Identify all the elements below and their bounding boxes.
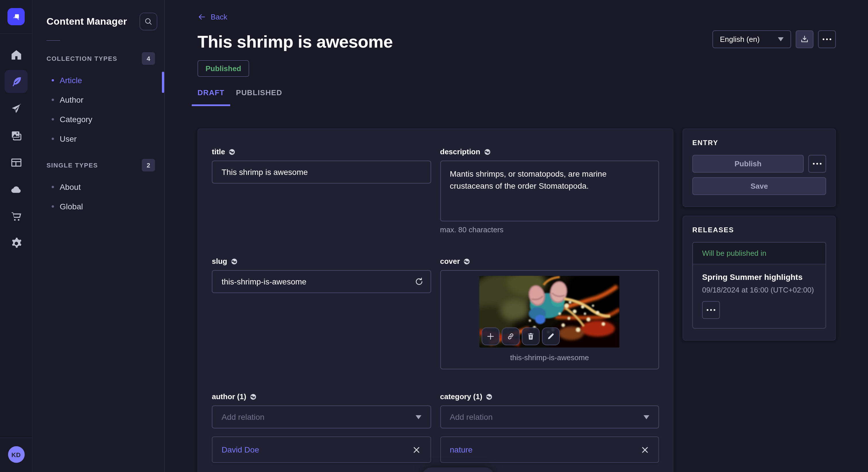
strapi-logo-glyph	[11, 11, 21, 22]
close-icon	[642, 446, 648, 453]
primary-sidebar: KD	[0, 0, 33, 472]
bullet-icon	[52, 186, 54, 188]
author-relation-item: David Doe	[212, 436, 431, 463]
remove-relation-button[interactable]	[640, 445, 649, 454]
edit-asset-button[interactable]	[542, 328, 560, 345]
section-collection-types: COLLECTION TYPES 4	[33, 46, 164, 71]
cart-icon[interactable]	[5, 205, 28, 228]
refresh-icon[interactable]	[414, 277, 423, 286]
sidebar-item-label: Category	[60, 115, 92, 124]
cover-actions	[482, 328, 560, 345]
locale-select[interactable]: English (en)	[712, 30, 791, 48]
relation-link[interactable]: David Doe	[222, 445, 259, 454]
chevron-down-icon	[644, 415, 649, 419]
link-icon	[507, 332, 515, 341]
field-description: description Mantis shrimps, or stomatopo…	[440, 147, 659, 234]
download-button[interactable]	[796, 30, 813, 48]
globe-icon	[230, 258, 237, 265]
sidebar-footer: KD	[0, 438, 32, 472]
field-label: title	[212, 147, 431, 156]
edit-form-panel: title description	[197, 129, 673, 472]
release-more-button[interactable]	[702, 301, 720, 319]
sidebar-item-label: Article	[60, 76, 82, 85]
sidebar-item-user[interactable]: User	[33, 129, 164, 148]
bullet-icon	[52, 118, 54, 121]
tab-draft[interactable]: DRAFT	[192, 88, 230, 106]
back-link[interactable]: Back	[197, 12, 227, 21]
count-badge: 4	[142, 52, 155, 65]
main-content: Back English (en) This shrimp is awesome…	[165, 0, 868, 472]
home-icon[interactable]	[5, 43, 28, 66]
section-single-types: SINGLE TYPES 2	[33, 153, 164, 177]
remove-relation-button[interactable]	[412, 445, 421, 454]
divider	[0, 33, 32, 34]
send-icon[interactable]	[5, 97, 28, 120]
release-name[interactable]: Spring Summer highlights	[702, 272, 816, 281]
more-icon	[707, 309, 715, 311]
search-icon	[144, 17, 153, 26]
select-placeholder: Add relation	[450, 412, 493, 422]
field-label-text: cover	[440, 257, 460, 266]
field-author: author (1) Add relation David Doe	[212, 392, 431, 463]
bullet-icon	[52, 205, 54, 208]
cloud-icon[interactable]	[5, 178, 28, 201]
relation-link[interactable]: nature	[450, 445, 472, 454]
divider	[0, 438, 32, 438]
back-label: Back	[211, 12, 227, 21]
field-title: title	[212, 147, 431, 234]
section-label: COLLECTION TYPES	[46, 55, 117, 62]
sidebar-item-label: Global	[60, 202, 83, 211]
right-column: ENTRY Publish Save RELEASES Will be publ…	[683, 129, 836, 341]
field-label: description	[440, 147, 659, 156]
header-more-button[interactable]	[818, 30, 836, 48]
more-icon	[823, 38, 831, 40]
content-manager-sidebar: Content Manager COLLECTION TYPES 4 Artic…	[33, 0, 165, 472]
tab-published[interactable]: PUBLISHED	[230, 88, 288, 106]
description-textarea[interactable]: Mantis shrimps, or stomatopods, are mari…	[440, 161, 659, 222]
entry-more-button[interactable]	[808, 155, 826, 173]
field-label-text: author (1)	[212, 392, 246, 401]
category-relation-select[interactable]: Add relation	[440, 405, 659, 429]
media-library-icon[interactable]	[5, 124, 28, 147]
gear-icon[interactable]	[5, 232, 28, 255]
delete-asset-button[interactable]	[522, 328, 540, 345]
author-relation-select[interactable]: Add relation	[212, 405, 431, 429]
releases-heading: RELEASES	[692, 226, 826, 234]
add-asset-button[interactable]	[482, 328, 500, 345]
globe-icon	[486, 393, 493, 400]
plus-icon	[487, 332, 495, 341]
app-window: KD Content Manager COLLECTION TYPES 4 Ar…	[0, 0, 868, 472]
globe-icon	[463, 258, 470, 265]
field-slug: slug	[212, 257, 431, 369]
cover-asset-card: this-shrimp-is-awesome	[440, 270, 659, 369]
strapi-logo[interactable]	[7, 8, 25, 25]
description-hint: max. 80 characters	[440, 225, 659, 234]
category-relation-item: nature	[440, 436, 659, 463]
publish-button[interactable]: Publish	[692, 155, 804, 173]
field-label: category (1)	[440, 392, 659, 401]
sidebar-item-label: Author	[60, 95, 84, 104]
entry-panel: ENTRY Publish Save	[683, 129, 836, 207]
sidebar-item-article[interactable]: Article	[33, 71, 164, 90]
search-button[interactable]	[140, 12, 157, 30]
user-avatar[interactable]: KD	[8, 446, 24, 463]
sidebar-item-label: About	[60, 182, 81, 192]
copy-link-button[interactable]	[502, 328, 520, 345]
subnav-title: Content Manager	[46, 16, 127, 27]
sidebar-item-category[interactable]: Category	[33, 109, 164, 129]
bottom-peek-panel	[422, 467, 494, 472]
sidebar-item-author[interactable]: Author	[33, 90, 164, 109]
sidebar-item-about[interactable]: About	[33, 177, 164, 197]
content-type-builder-icon[interactable]	[5, 151, 28, 174]
content-manager-feather-icon[interactable]	[5, 70, 28, 93]
slug-input[interactable]	[212, 270, 431, 293]
chevron-down-icon	[778, 37, 784, 41]
cover-image[interactable]	[479, 276, 620, 347]
save-button[interactable]: Save	[692, 177, 826, 195]
sidebar-item-global[interactable]: Global	[33, 197, 164, 216]
title-input[interactable]	[212, 161, 431, 183]
bullet-icon	[52, 138, 54, 140]
scrollbar-thumb[interactable]	[162, 72, 164, 93]
select-placeholder: Add relation	[222, 412, 265, 422]
globe-icon	[250, 393, 257, 400]
